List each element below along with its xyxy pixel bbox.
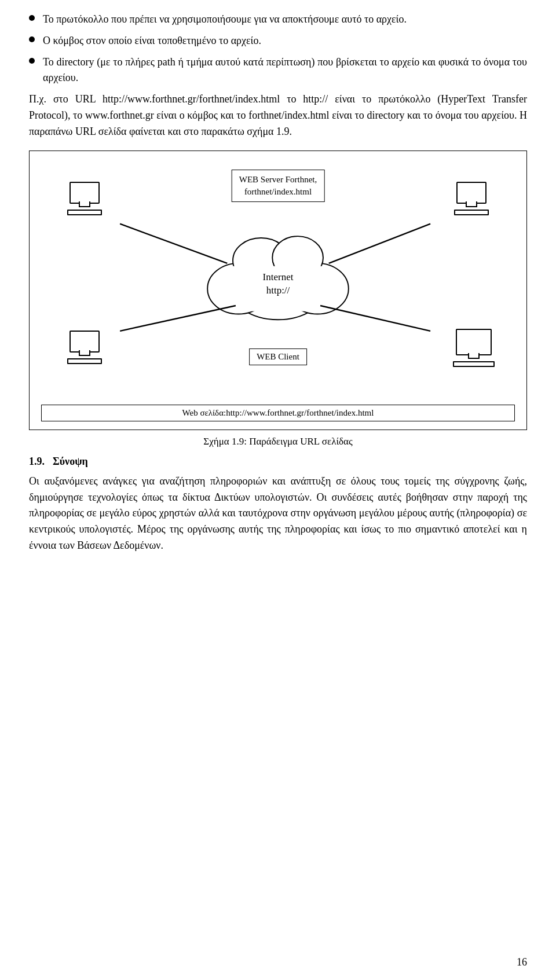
- section-title: Σύνοψη: [53, 456, 88, 468]
- bullet-list: Το πρωτόκολλο που πρέπει να χρησιμοποιήσ…: [29, 12, 527, 86]
- keyboard-icon: [453, 361, 495, 367]
- bullet-dot: [29, 58, 35, 64]
- cloud-line2: http://: [263, 284, 294, 298]
- monitor-icon: [456, 182, 487, 204]
- bullet-dot: [29, 36, 35, 42]
- section-header: 1.9. Σύνοψη: [29, 456, 527, 468]
- svg-point-2: [287, 263, 349, 314]
- diagram-inner: WEB Server Forthnet, forthnet/index.html…: [35, 162, 521, 405]
- bottom-left-computer: [67, 331, 102, 364]
- server-label-line1: WEB Server Forthnet,: [239, 175, 317, 184]
- svg-line-8: [120, 306, 236, 331]
- monitor-icon: [70, 331, 100, 353]
- top-right-computer: [454, 182, 489, 215]
- keyboard-icon: [454, 210, 489, 215]
- section-number: 1.9.: [29, 456, 45, 468]
- section-paragraph: Οι αυξανόμενες ανάγκες για αναζήτηση πλη…: [29, 474, 527, 554]
- client-label-text: WEB Client: [257, 352, 299, 361]
- bullet-text: Ο κόμβος στον οποίο είναι τοποθετημένο τ…: [43, 33, 527, 49]
- page-number: 16: [517, 956, 527, 968]
- bullet-dot: [29, 15, 35, 21]
- top-left-computer: [67, 182, 102, 215]
- monitor-icon: [70, 182, 100, 204]
- bullet-text: Το πρωτόκολλο που πρέπει να χρησιμοποιήσ…: [43, 12, 527, 27]
- list-item: Το πρωτόκολλο που πρέπει να χρησιμοποιήσ…: [29, 12, 527, 27]
- diagram-caption: Σχήμα 1.9: Παράδειγμα URL σελίδας: [29, 436, 527, 447]
- cloud-line1: Internet: [263, 270, 294, 284]
- diagram-container: WEB Server Forthnet, forthnet/index.html…: [29, 151, 527, 430]
- bottom-right-computer: [453, 329, 495, 367]
- monitor-icon: [456, 329, 492, 355]
- keyboard-icon: [67, 358, 102, 364]
- svg-line-7: [329, 223, 430, 263]
- server-label-line2: forthnet/index.html: [244, 187, 312, 196]
- server-label: WEB Server Forthnet, forthnet/index.html: [232, 170, 325, 202]
- svg-point-1: [207, 263, 269, 314]
- url-bar-text: Web σελίδα:http://www.forthnet.gr/forthn…: [182, 408, 374, 417]
- bullet-text: Το directory (με το πλήρες path ή τμήμα …: [43, 54, 527, 86]
- intro-paragraph: Π.χ. στο URL http://www.forthnet.gr/fort…: [29, 91, 527, 140]
- web-client-label: WEB Client: [249, 348, 307, 365]
- keyboard-icon: [67, 210, 102, 215]
- cloud-label: Internet http://: [263, 270, 294, 298]
- svg-line-9: [320, 306, 430, 331]
- url-bar: Web σελίδα:http://www.forthnet.gr/forthn…: [41, 405, 515, 421]
- list-item: Ο κόμβος στον οποίο είναι τοποθετημένο τ…: [29, 33, 527, 49]
- svg-line-6: [120, 223, 227, 263]
- list-item: Το directory (με το πλήρες path ή τμήμα …: [29, 54, 527, 86]
